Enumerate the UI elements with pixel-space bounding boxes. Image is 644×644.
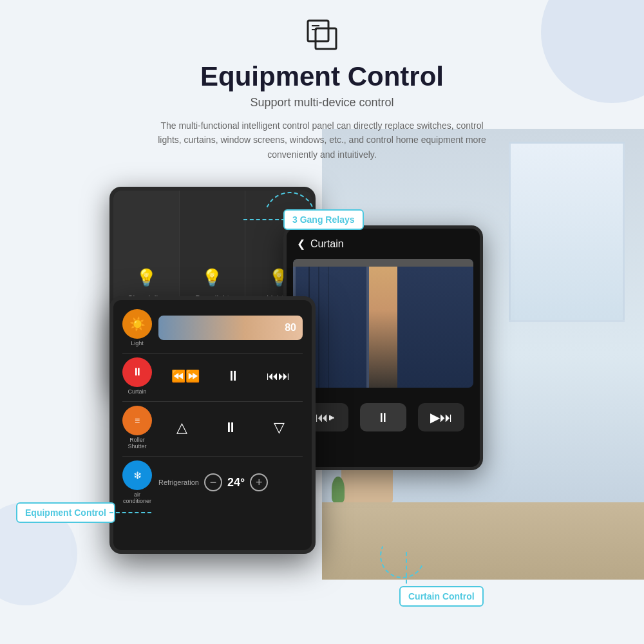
ac-minus-button[interactable]: − <box>204 473 222 491</box>
curtain-row-wrapper: ⏸ Curtain ⏪⏩ ⏸ ⏮⏭ <box>122 357 303 395</box>
dashed-line-equipment <box>109 512 151 513</box>
chandelier-icon: 💡 <box>136 268 156 288</box>
page-subtitle: Support multi-device control <box>0 96 644 109</box>
equipment-panel-device: ☀️ Light 80 ⏸ Curtain ⏪⏩ ⏸ ⏮⏭ <box>109 296 316 554</box>
ac-icon-col: ❄ air conditioner <box>122 460 152 504</box>
page-title: Equipment Control <box>0 61 644 92</box>
svg-rect-1 <box>316 28 336 49</box>
ac-row-wrapper: ❄ air conditioner Refrigeration − 24° + <box>122 460 303 504</box>
svg-rect-0 <box>308 21 328 41</box>
light-slider[interactable]: 80 <box>158 316 303 340</box>
devices-area: 💡 Chandelier 💡 Downlight 💡 Light S 3 Gan… <box>0 174 644 644</box>
shutter-row-label: Roller Shutter <box>122 437 152 450</box>
light-icon-col: ☀️ Light <box>122 309 152 346</box>
light-value: 80 <box>285 322 296 334</box>
ac-icon: ❄ <box>122 460 152 490</box>
separator-1 <box>122 353 303 354</box>
dashed-line-curtain <box>406 552 407 591</box>
curtain-panel-title: Curtain <box>310 238 344 250</box>
dashed-line-3gang <box>243 219 285 220</box>
curtain-row-label: Curtain <box>128 388 146 395</box>
separator-3 <box>122 456 303 457</box>
curtain-icon-col: ⏸ Curtain <box>122 357 152 395</box>
curtain-panel-controls: ⏮▶ ⏸ ▶⏭ <box>287 403 480 431</box>
shutter-icon: ≡ <box>122 406 152 435</box>
ac-row: ❄ air conditioner Refrigeration − 24° + <box>122 460 303 504</box>
curtain-right-panel <box>397 259 473 388</box>
shutter-up-btn[interactable]: △ <box>176 419 187 436</box>
ac-controls: Refrigeration − 24° + <box>158 473 303 491</box>
three-gang-label: 3 Gang Relays <box>283 209 364 230</box>
curtain-open-icon: ⏮▶ <box>316 410 335 425</box>
ac-mode-label: Refrigeration <box>158 478 199 486</box>
curtain-close-icon: ▶⏭ <box>430 410 453 425</box>
shutter-stop-btn[interactable]: ⏸ <box>223 419 238 436</box>
curtain-panel-header: ❮ Curtain <box>287 229 480 259</box>
ac-temperature: 24° <box>227 476 245 489</box>
shutter-icon-col: ≡ Roller Shutter <box>122 406 152 450</box>
dashed-arc-curtain <box>374 527 431 585</box>
curtain-row-close-btn[interactable]: ⏮⏭ <box>267 370 290 383</box>
equipment-control-label: Equipment Control <box>16 502 115 523</box>
header: Equipment Control Support multi-device c… <box>0 0 644 162</box>
curtain-row: ⏸ Curtain ⏪⏩ ⏸ ⏮⏭ <box>122 357 303 395</box>
header-icon <box>0 19 644 55</box>
downlight-icon: 💡 <box>202 268 222 288</box>
curtain-row-controls: ⏪⏩ ⏸ ⏮⏭ <box>158 368 303 384</box>
ac-icon-label: air conditioner <box>122 491 152 504</box>
curtain-row-open-btn[interactable]: ⏪⏩ <box>171 369 200 383</box>
separator-2 <box>122 401 303 402</box>
light-row-wrapper: ☀️ Light 80 <box>122 309 303 346</box>
shutter-row: ≡ Roller Shutter △ ⏸ ▽ <box>122 406 303 450</box>
shutter-controls: △ ⏸ ▽ <box>158 419 303 436</box>
curtain-pause-button[interactable]: ⏸ <box>360 403 406 431</box>
curtain-window-light <box>369 259 398 388</box>
light-row: ☀️ Light 80 <box>122 309 303 346</box>
light-icon: ☀️ <box>122 309 152 339</box>
curtain-pause-icon: ⏸ <box>377 410 390 425</box>
curtain-row-icon: ⏸ <box>122 357 152 387</box>
ac-plus-button[interactable]: + <box>250 473 268 491</box>
curtain-row-pause-btn[interactable]: ⏸ <box>226 368 240 384</box>
shutter-row-wrapper: ≡ Roller Shutter △ ⏸ ▽ <box>122 406 303 450</box>
shutter-down-btn[interactable]: ▽ <box>274 419 285 436</box>
curtain-control-label: Curtain Control <box>399 586 484 607</box>
page-description: The multi-functional intelligent control… <box>155 118 489 162</box>
curtain-rod <box>293 259 473 267</box>
curtain-close-button[interactable]: ▶⏭ <box>418 403 464 431</box>
curtain-visual <box>293 259 473 388</box>
light-icon-label: Light <box>131 340 144 346</box>
